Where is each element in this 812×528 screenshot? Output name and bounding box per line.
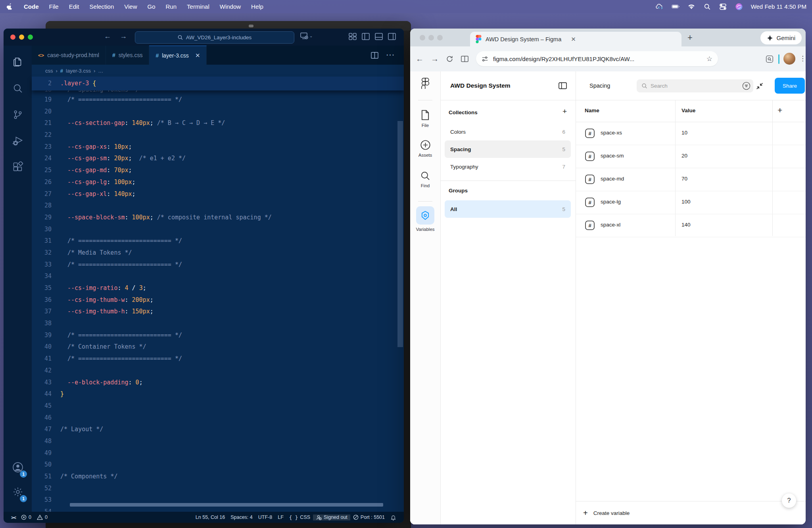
collection-item-spacing[interactable]: Spacing5	[445, 140, 571, 158]
menu-edit[interactable]: Edit	[69, 3, 79, 10]
code-line[interactable]: 21--cs-section-gap: 140px; /* B → C → D …	[32, 117, 404, 129]
code-line[interactable]: 29--space-block-sm: 100px; /* composite …	[32, 212, 404, 224]
code-line[interactable]: 39/* ========================== */	[32, 330, 404, 342]
add-collection-button[interactable]: +	[562, 107, 567, 116]
variable-name[interactable]: space-sm	[601, 153, 624, 159]
variable-name[interactable]: space-xs	[601, 130, 622, 136]
help-button[interactable]: ?	[782, 493, 796, 508]
column-header-value[interactable]: Value	[681, 108, 695, 113]
code-line[interactable]: 48	[32, 436, 404, 447]
code-line[interactable]: 43--e-block-padding: 0;	[32, 377, 404, 389]
code-line[interactable]: 20	[32, 106, 404, 118]
close-window-button[interactable]	[420, 35, 425, 40]
menu-window[interactable]: Window	[220, 3, 241, 10]
variable-value[interactable]: 70	[681, 176, 687, 182]
editor-tab-styles.css[interactable]: #styles.css	[106, 46, 149, 65]
sticky-scroll-line[interactable]: 2.layer-3 {	[32, 77, 404, 90]
code-line[interactable]: 40/* Container Tokens */	[32, 341, 404, 353]
menu-code[interactable]: Code	[24, 3, 39, 10]
menu-selection[interactable]: Selection	[90, 3, 114, 10]
menu-help[interactable]: Help	[251, 3, 263, 10]
new-tab-button[interactable]: +	[687, 33, 693, 43]
breadcrumb-folder[interactable]: css	[45, 68, 53, 74]
reading-mode-icon[interactable]	[461, 46, 468, 71]
control-center-icon[interactable]	[719, 4, 727, 10]
nav-back-icon[interactable]: ←	[104, 32, 111, 40]
eol-sequence[interactable]: LF	[275, 515, 286, 520]
code-line[interactable]: 54	[32, 506, 404, 512]
search-icon[interactable]	[4, 80, 32, 97]
site-settings-icon[interactable]	[482, 56, 488, 62]
code-editor[interactable]: 19/* ========================== */2021--…	[32, 94, 404, 512]
table-row[interactable]: #space-lg100	[576, 191, 806, 214]
siri-icon[interactable]	[735, 4, 743, 10]
rail-item-assets[interactable]: Assets	[410, 140, 440, 157]
code-line[interactable]: 28	[32, 200, 404, 212]
table-row[interactable]: #space-md70	[576, 168, 806, 191]
signed-out-status[interactable]: Signed out	[313, 515, 350, 520]
browser-reload-icon[interactable]	[446, 46, 453, 71]
code-line[interactable]: 37--cs-img-thumb-h: 150px;	[32, 306, 404, 318]
column-header-name[interactable]: Name	[585, 108, 599, 113]
code-line[interactable]: 42	[32, 365, 404, 377]
toggle-secondary-sidebar-icon[interactable]	[388, 33, 396, 40]
apple-menu-icon[interactable]	[6, 4, 13, 10]
url-bar[interactable]: figma.com/design/Ry2XHLHUfYEU81PJlQK8vc/…	[476, 51, 718, 66]
code-line[interactable]: 52	[32, 483, 404, 495]
accounts-icon[interactable]: 1	[4, 459, 32, 476]
code-line[interactable]: 30	[32, 224, 404, 236]
code-line[interactable]: 32/* Media Tokens */	[32, 247, 404, 259]
rail-item-find[interactable]: Find	[410, 171, 440, 188]
toggle-sidebar-icon[interactable]	[362, 33, 370, 40]
search-input[interactable]: Search	[637, 79, 753, 92]
code-line[interactable]: 18/* Spacing Tokens */	[32, 90, 404, 94]
code-line[interactable]: 23--cs-gap-xs: 10px;	[32, 141, 404, 153]
source-control-icon[interactable]	[4, 106, 32, 123]
url-text[interactable]: figma.com/design/Ry2XHLHUfYEU81PJlQK8vc/…	[493, 56, 634, 62]
code-line[interactable]: 36--cs-img-thumb-w: 200px;	[32, 294, 404, 306]
collection-item-colors[interactable]: Colors6	[445, 123, 571, 140]
table-row[interactable]: #space-sm20	[576, 145, 806, 168]
battery-icon[interactable]	[672, 4, 680, 10]
explorer-icon[interactable]	[4, 53, 32, 70]
close-window-button[interactable]	[10, 35, 15, 40]
split-editor-icon[interactable]	[371, 52, 378, 59]
errors-indicator[interactable]: 0	[18, 512, 34, 523]
nav-forward-icon[interactable]: →	[120, 32, 127, 40]
code-line[interactable]: 33/* ========================== */	[32, 259, 404, 271]
menubar-clock[interactable]: Wed Feb 11 4:50 PM	[751, 3, 806, 10]
variable-name[interactable]: space-md	[601, 176, 624, 182]
zoom-window-button[interactable]	[28, 35, 33, 40]
encoding[interactable]: UTF-8	[255, 515, 275, 520]
code-line[interactable]: 31/* ========================== */	[32, 235, 404, 247]
remote-cast-button[interactable]: ⌄	[300, 33, 313, 39]
customize-layout-icon[interactable]	[349, 33, 357, 40]
gemini-button[interactable]: Gemini	[760, 31, 802, 44]
code-line[interactable]: 27--cs-gap-xl: 140px;	[32, 188, 404, 200]
tab-search-icon[interactable]	[766, 46, 774, 71]
create-variable-button[interactable]: + Create variable	[576, 501, 806, 524]
breadcrumb-file[interactable]: layer-3.css	[66, 68, 91, 74]
variable-name[interactable]: space-xl	[601, 222, 620, 228]
menu-file[interactable]: File	[49, 3, 59, 10]
code-line[interactable]: 38	[32, 318, 404, 330]
minimize-window-button[interactable]	[428, 35, 434, 40]
menu-view[interactable]: View	[124, 3, 137, 10]
indentation[interactable]: Spaces: 4	[228, 515, 255, 520]
menu-run[interactable]: Run	[166, 3, 177, 10]
code-line[interactable]: 50	[32, 459, 404, 471]
toggle-panel-icon[interactable]	[559, 82, 567, 89]
zoom-window-button[interactable]	[437, 35, 443, 40]
cloud-sync-icon[interactable]	[656, 4, 664, 10]
extensions-icon[interactable]	[4, 158, 32, 176]
editor-tab-layer-3.css[interactable]: #layer-3.css✕	[149, 46, 207, 65]
close-tab-icon[interactable]: ✕	[195, 52, 200, 59]
run-debug-icon[interactable]	[4, 132, 32, 150]
rail-item-variables[interactable]: Variables	[410, 206, 440, 232]
profile-avatar[interactable]	[783, 53, 795, 65]
code-line[interactable]: 51/* Components */	[32, 471, 404, 483]
variable-value[interactable]: 140	[681, 222, 691, 228]
horizontal-scrollbar[interactable]	[70, 503, 383, 507]
breadcrumb-more[interactable]: …	[98, 68, 103, 74]
notifications-bell-icon[interactable]	[388, 515, 399, 520]
